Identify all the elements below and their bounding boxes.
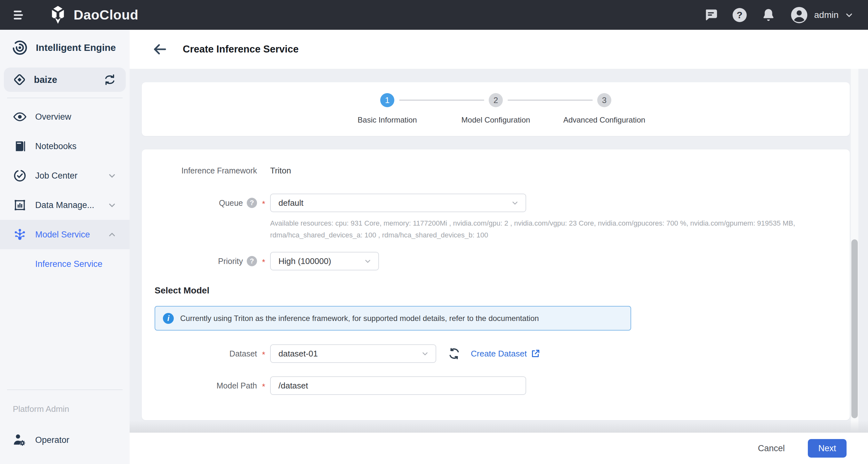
step-3-circle: 3 (597, 93, 611, 107)
required-asterisk: * (257, 380, 270, 392)
create-dataset-link[interactable]: Create Dataset (471, 349, 540, 359)
sidebar-bottom: Platform Admin Operator (0, 390, 130, 447)
sidebar-item-inference-service[interactable]: Inference Service (0, 249, 130, 279)
workspace-selector[interactable]: baize (4, 67, 126, 92)
content-scroll-area: 1 2 3 Basic Information Model Configurat… (130, 69, 868, 433)
dataset-row: Dataset * dataset-01 Create Dataset (142, 344, 850, 363)
sidebar-item-overview[interactable]: Overview (0, 102, 130, 131)
scrollbar-thumb[interactable] (851, 239, 858, 418)
priority-row: Priority ? * High (100000) (142, 252, 850, 270)
sidebar-divider (7, 390, 123, 390)
hamburger-menu-icon[interactable] (11, 7, 28, 23)
operator-icon (12, 433, 27, 447)
chevron-up-icon (107, 230, 117, 239)
inference-framework-label: Inference Framework (142, 166, 257, 175)
basic-information-form-card: Inference Framework Triton Queue ? * def… (142, 149, 850, 420)
back-arrow-icon[interactable] (152, 41, 167, 57)
select-model-heading: Select Model (155, 285, 209, 296)
inference-framework-value: Triton (270, 166, 291, 176)
scrollbar[interactable] (851, 69, 859, 433)
info-icon: i (163, 313, 174, 324)
step-2-circle: 2 (489, 93, 503, 107)
queue-select[interactable]: default (270, 194, 526, 212)
dataset-select[interactable]: dataset-01 (270, 344, 436, 363)
queue-help-icon[interactable]: ? (247, 198, 257, 208)
priority-select-value: High (100000) (278, 256, 331, 266)
dataset-select-value: dataset-01 (278, 349, 318, 359)
eye-icon (13, 110, 27, 124)
data-management-icon (13, 198, 27, 212)
step-3-label: Advanced Configuration (550, 116, 659, 124)
messages-icon[interactable] (704, 8, 718, 22)
cancel-button[interactable]: Cancel (758, 443, 785, 454)
chevron-down-icon (364, 257, 372, 265)
brand-name: DaoCloud (73, 7, 138, 23)
step-1-label: Basic Information (333, 116, 442, 124)
chevron-down-icon (107, 171, 117, 181)
banner-text: Currently using Triton as the inference … (180, 314, 539, 323)
dataset-label: Dataset (142, 349, 257, 359)
chevron-down-icon (107, 200, 117, 210)
user-menu[interactable]: admin (790, 6, 854, 24)
model-path-row: Model Path * (142, 376, 850, 395)
step-2-label: Model Configuration (442, 116, 550, 124)
inference-framework-row: Inference Framework Triton (142, 161, 850, 180)
queue-select-value: default (278, 198, 303, 208)
required-asterisk: * (257, 348, 270, 360)
book-icon (13, 140, 27, 153)
queue-available-resources-text: Available resources: cpu: 931 Core, memo… (270, 217, 849, 241)
next-button[interactable]: Next (808, 439, 846, 458)
queue-label: Queue ? (142, 198, 257, 208)
stepper-card: 1 2 3 Basic Information Model Configurat… (142, 82, 850, 136)
daocloud-logo-icon (48, 5, 68, 25)
external-link-icon (531, 349, 540, 359)
step-1-circle: 1 (380, 93, 394, 107)
priority-help-icon[interactable]: ? (247, 256, 257, 266)
model-path-label: Model Path (142, 381, 257, 391)
sidebar-item-data-management[interactable]: Data Manage... (0, 190, 130, 220)
step-connector (399, 99, 484, 101)
stepper: 1 2 3 Basic Information Model Configurat… (333, 93, 659, 124)
help-icon[interactable]: ? (732, 8, 747, 22)
sidebar-item-job-center[interactable]: Job Center (0, 161, 130, 190)
chevron-down-icon (844, 10, 854, 20)
queue-row: Queue ? * default (142, 194, 850, 212)
required-asterisk: * (257, 255, 270, 267)
topbar-actions: ? admin (704, 6, 854, 24)
workspace-icon (13, 73, 26, 86)
bottom-shadow (130, 421, 868, 433)
notifications-bell-icon[interactable] (761, 8, 776, 22)
daocloud-logo[interactable]: DaoCloud (48, 5, 138, 25)
chevron-down-icon (421, 349, 429, 358)
sidebar-divider (7, 98, 123, 98)
product-name: Intelligent Engine (36, 42, 116, 53)
username: admin (814, 10, 839, 20)
framework-info-banner: i Currently using Triton as the inferenc… (155, 306, 631, 331)
sidebar-item-model-service[interactable]: Model Service (0, 220, 130, 249)
refresh-datasets-icon[interactable] (448, 347, 461, 360)
page-title: Create Inference Service (183, 43, 299, 55)
main-area: Create Inference Service 1 2 3 Bas (130, 30, 868, 464)
model-path-input[interactable] (270, 376, 526, 395)
priority-select[interactable]: High (100000) (270, 252, 379, 270)
intelligent-engine-icon (11, 39, 28, 56)
topbar: DaoCloud ? admin (0, 0, 868, 30)
model-service-icon (13, 228, 27, 241)
step-connector (507, 99, 593, 101)
workspace-name: baize (34, 74, 57, 85)
avatar (790, 6, 808, 24)
sidebar-product: Intelligent Engine (0, 30, 130, 66)
platform-admin-label: Platform Admin (0, 404, 130, 414)
required-asterisk: * (257, 197, 270, 209)
sidebar-item-notebooks[interactable]: Notebooks (0, 131, 130, 161)
workspace-swap-icon[interactable] (103, 73, 116, 86)
chevron-down-icon (511, 199, 519, 207)
priority-label: Priority ? (142, 256, 257, 266)
footer-action-bar: Cancel Next (130, 433, 868, 464)
job-center-icon (13, 169, 27, 182)
sidebar-item-operator[interactable]: Operator (0, 433, 130, 447)
page-header: Create Inference Service (130, 30, 868, 69)
app-window: DaoCloud ? admin (0, 0, 868, 464)
sidebar: Intelligent Engine baize Overview (0, 30, 130, 464)
sidebar-nav: Overview Notebooks Job Center (0, 102, 130, 279)
